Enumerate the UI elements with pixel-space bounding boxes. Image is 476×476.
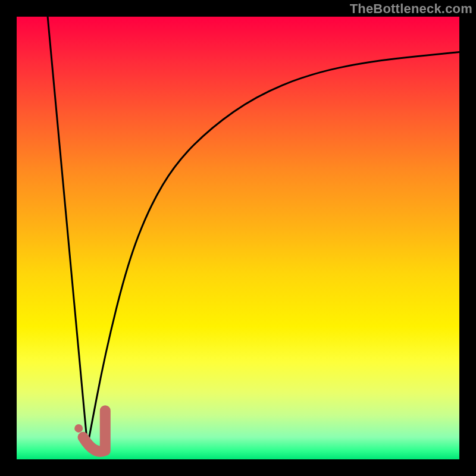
curve-descending xyxy=(48,17,87,446)
valley-dot-marker xyxy=(74,424,83,433)
watermark-text: TheBottleneck.com xyxy=(350,1,472,17)
chart-lines-layer xyxy=(17,17,459,459)
chart-stage: TheBottleneck.com xyxy=(0,0,476,476)
curve-ascending xyxy=(87,52,459,446)
